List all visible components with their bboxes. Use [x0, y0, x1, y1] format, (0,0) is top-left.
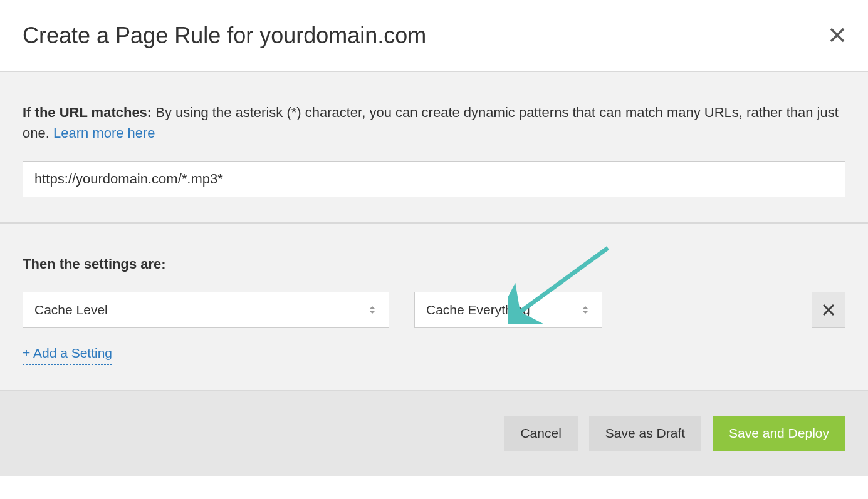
settings-heading: Then the settings are: [23, 254, 845, 274]
remove-setting-button[interactable] [812, 292, 845, 328]
settings-section: Then the settings are: Cache Level Cache… [0, 223, 868, 391]
setting-type-select[interactable]: Cache Level [23, 292, 389, 328]
url-pattern-input[interactable] [23, 161, 845, 197]
chevron-down-icon [369, 311, 375, 314]
page-rule-modal: Create a Page Rule for yourdomain.com If… [0, 0, 868, 476]
chevron-up-icon [582, 306, 588, 309]
setting-value-label: Cache Everything [415, 292, 568, 327]
modal-footer: Cancel Save as Draft Save and Deploy [0, 391, 868, 476]
setting-type-value: Cache Level [23, 292, 355, 327]
stepper-icon [568, 292, 602, 327]
save-deploy-button[interactable]: Save and Deploy [713, 416, 845, 451]
stepper-icon [355, 292, 389, 327]
url-match-label: If the URL matches: [23, 105, 152, 120]
save-draft-button[interactable]: Save as Draft [589, 416, 701, 451]
learn-more-link[interactable]: Learn more here [53, 125, 155, 141]
chevron-up-icon [369, 306, 375, 309]
modal-header: Create a Page Rule for yourdomain.com [0, 0, 868, 71]
cancel-button[interactable]: Cancel [504, 416, 577, 451]
add-setting-link[interactable]: + Add a Setting [23, 343, 112, 365]
modal-title: Create a Page Rule for yourdomain.com [23, 19, 426, 53]
setting-value-select[interactable]: Cache Everything [414, 292, 602, 328]
close-icon[interactable] [829, 24, 845, 47]
chevron-down-icon [582, 311, 588, 314]
url-match-description: If the URL matches: By using the asteris… [23, 102, 845, 143]
setting-row: Cache Level Cache Everything [23, 292, 845, 328]
url-match-section: If the URL matches: By using the asteris… [0, 71, 868, 223]
close-icon [822, 304, 835, 316]
